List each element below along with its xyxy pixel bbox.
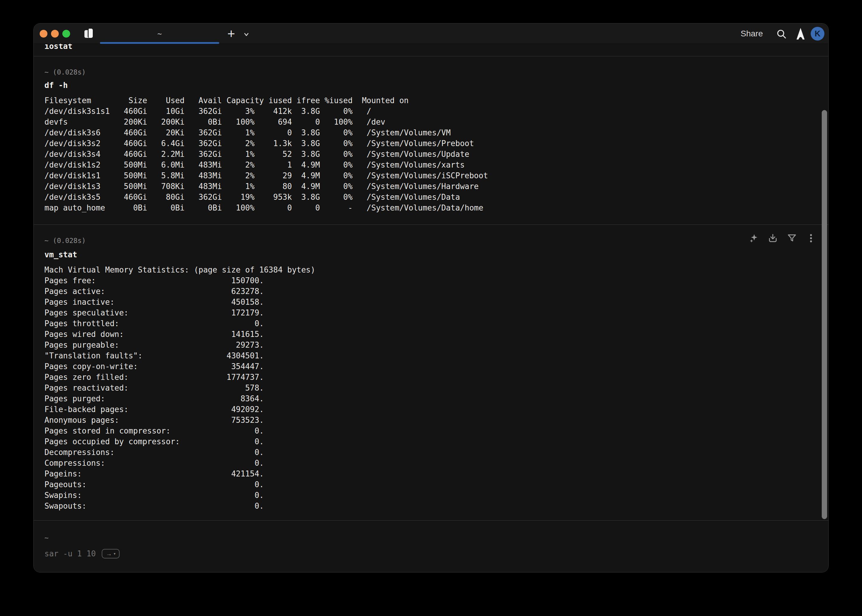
sparkles-icon (748, 233, 759, 244)
search-icon (775, 28, 787, 40)
tab-home[interactable]: ~ (100, 24, 219, 44)
command-duration: (0.028s) (53, 237, 86, 245)
chevron-down-icon (241, 29, 252, 39)
df-prompt-line: ~(0.028s) (44, 68, 86, 77)
download-icon (768, 233, 778, 244)
df-output-table: Filesystem Size Used Avail Capacity iuse… (44, 95, 488, 213)
terminal-window: ~ + Share K (33, 23, 829, 572)
background-stars (34, 24, 34, 24)
warp-menu-button[interactable] (794, 27, 807, 41)
prompt-symbol: ~ (44, 534, 49, 542)
avatar[interactable]: K (811, 27, 824, 41)
ai-explain-button[interactable] (747, 232, 760, 245)
autosuggest-ghost-text: sar -u 1 10 (44, 549, 96, 558)
input-prompt-line: ~ (44, 533, 49, 542)
tab-title: ~ (157, 30, 162, 38)
kebab-menu-icon (805, 233, 816, 244)
vm-command[interactable]: vm_stat (44, 250, 77, 260)
df-command[interactable]: df -h (44, 80, 68, 90)
zoom-button[interactable] (62, 30, 70, 38)
command-duration: (0.028s) (53, 68, 86, 76)
warp-logo-icon (794, 27, 807, 40)
download-output-button[interactable] (766, 232, 779, 245)
previous-command-text: iostat (44, 44, 72, 52)
desktop-background: ~ + Share K (0, 0, 862, 616)
filter-icon (786, 233, 797, 244)
prompt-symbol: ~ (44, 68, 49, 76)
previous-command-clipped: iostat (44, 44, 72, 52)
filter-output-button[interactable] (785, 232, 799, 245)
share-button[interactable]: Share (741, 28, 763, 40)
vm-output: Mach Virtual Memory Statistics: (page si… (44, 264, 315, 511)
avatar-initial: K (815, 29, 821, 38)
scrollbar-thumb[interactable] (822, 110, 827, 519)
block-divider (34, 225, 829, 225)
minimize-button[interactable] (51, 30, 59, 38)
terminal-scrollback: iostat ~(0.028s) df -h Filesystem Size U… (34, 44, 829, 572)
traffic-lights (40, 30, 70, 38)
arrow-right-icon: → (106, 551, 112, 557)
search-button[interactable] (775, 28, 788, 40)
close-button[interactable] (40, 30, 47, 38)
vm-prompt-line: ~(0.028s) (44, 236, 86, 245)
toggle-panels-button[interactable] (84, 28, 96, 39)
tab-options-button[interactable] (241, 28, 253, 40)
command-input[interactable]: sar -u 1 10 → ▾ (44, 549, 120, 558)
block-menu-button[interactable] (804, 232, 818, 245)
block-divider (34, 56, 829, 57)
block-action-toolbar (747, 232, 818, 245)
prompt-symbol: ~ (44, 237, 49, 245)
accept-suggestion-pill[interactable]: → ▾ (102, 549, 120, 558)
new-tab-button[interactable]: + (224, 27, 238, 41)
tab-bar: ~ + Share K (34, 24, 828, 44)
chevron-down-small-icon: ▾ (114, 552, 115, 555)
